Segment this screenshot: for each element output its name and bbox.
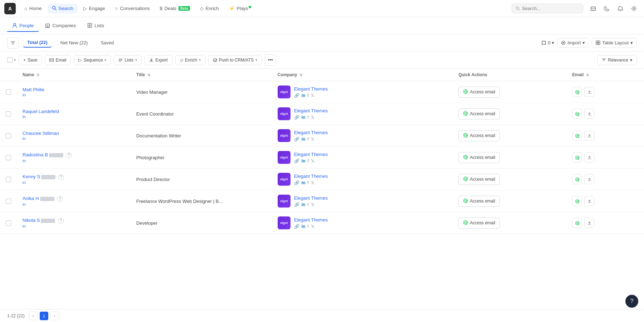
company-link-icon[interactable]: 🔗 bbox=[294, 93, 299, 98]
nav-item-plays[interactable]: ⚡ Plays bbox=[225, 4, 256, 13]
th-title[interactable]: Title ⇅ bbox=[131, 69, 272, 81]
upload-action-btn-2[interactable] bbox=[584, 109, 594, 119]
company-link-icon[interactable]: 🔗 bbox=[294, 158, 299, 164]
company-link-icon[interactable]: 🔗 bbox=[294, 224, 299, 229]
email-sort-icon[interactable]: ⇅ bbox=[586, 73, 589, 77]
inbox-button[interactable] bbox=[587, 3, 599, 14]
sequence-button[interactable]: ▷ Sequence ▾ bbox=[74, 55, 111, 65]
person-linkedin-2[interactable]: in bbox=[23, 114, 125, 119]
person-name-3[interactable]: Chaucee Stillman bbox=[23, 131, 59, 136]
person-name-2[interactable]: Raquel Landefeld bbox=[23, 109, 59, 114]
company-logo-3[interactable]: elgnt bbox=[278, 129, 291, 142]
company-twitter-icon[interactable]: 𝕏 bbox=[311, 158, 314, 164]
relevance-sort-button[interactable]: Relevance ▾ bbox=[597, 55, 637, 65]
company-twitter-icon[interactable]: 𝕏 bbox=[311, 224, 314, 229]
company-linkedin-icon[interactable]: in bbox=[302, 93, 306, 98]
row-checkbox-6[interactable] bbox=[6, 199, 11, 204]
company-linkedin-icon[interactable]: in bbox=[302, 180, 306, 185]
person-name-7[interactable]: Nikola S ? bbox=[23, 218, 64, 223]
person-linkedin-1[interactable]: in bbox=[23, 93, 125, 97]
title-sort-icon[interactable]: ⇅ bbox=[147, 73, 150, 77]
blur-info-icon[interactable]: ? bbox=[58, 174, 64, 180]
company-logo-6[interactable]: elgnt bbox=[278, 195, 291, 208]
save-button[interactable]: + Save bbox=[19, 55, 42, 65]
company-linkedin-icon[interactable]: in bbox=[302, 202, 306, 207]
company-facebook-icon[interactable]: f bbox=[307, 93, 308, 98]
company-name-7[interactable]: Elegant Themes bbox=[294, 217, 328, 223]
upload-action-btn-3[interactable] bbox=[584, 131, 594, 141]
row-checkbox-2[interactable] bbox=[6, 111, 11, 117]
phone-button[interactable] bbox=[601, 3, 613, 14]
company-logo-2[interactable]: elgnt bbox=[278, 107, 291, 120]
person-name-6[interactable]: Anika H ? bbox=[23, 196, 63, 201]
help-bubble[interactable]: ? bbox=[625, 295, 638, 308]
person-linkedin-5[interactable]: in bbox=[23, 180, 125, 185]
company-linkedin-icon[interactable]: in bbox=[302, 224, 306, 229]
row-checkbox-5[interactable] bbox=[6, 177, 11, 182]
select-all-checkbox[interactable] bbox=[7, 57, 13, 63]
person-linkedin-7[interactable]: in bbox=[23, 224, 125, 228]
name-sort-icon[interactable]: ⇅ bbox=[36, 73, 39, 77]
row-checkbox-7[interactable] bbox=[6, 220, 11, 226]
company-twitter-icon[interactable]: 𝕏 bbox=[311, 180, 314, 185]
company-twitter-icon[interactable]: 𝕏 bbox=[311, 202, 314, 207]
blur-info-icon[interactable]: ? bbox=[57, 196, 63, 202]
lists-button[interactable]: Lists ▾ bbox=[114, 55, 142, 65]
nav-item-enrich[interactable]: ◇ Enrich bbox=[196, 4, 223, 13]
company-logo-7[interactable]: elgnt bbox=[278, 216, 291, 229]
company-twitter-icon[interactable]: 𝕏 bbox=[311, 93, 314, 98]
tab-saved[interactable]: Saved bbox=[96, 38, 118, 47]
th-email[interactable]: Email ⇅ bbox=[566, 69, 644, 81]
person-linkedin-4[interactable]: in bbox=[23, 158, 125, 163]
email-action-btn-3[interactable] bbox=[572, 131, 582, 141]
nav-item-home[interactable]: ⌂ Home bbox=[20, 4, 46, 13]
company-name-4[interactable]: Elegant Themes bbox=[294, 152, 328, 157]
row-checkbox-1[interactable] bbox=[6, 89, 11, 95]
select-all-checkbox-wrap[interactable]: ▾ bbox=[7, 57, 16, 63]
nav-item-deals[interactable]: $ Deals Beta bbox=[156, 4, 194, 13]
company-linkedin-icon[interactable]: in bbox=[302, 158, 306, 164]
company-link-icon[interactable]: 🔗 bbox=[294, 115, 299, 120]
access-email-button-6[interactable]: Access email bbox=[458, 196, 500, 207]
company-linkedin-icon[interactable]: in bbox=[302, 137, 306, 142]
row-checkbox-4[interactable] bbox=[6, 155, 11, 160]
sub-nav-lists[interactable]: Lists bbox=[82, 20, 109, 32]
th-company[interactable]: Company ⇅ bbox=[272, 69, 453, 81]
access-email-button-2[interactable]: Access email bbox=[458, 108, 500, 119]
company-name-2[interactable]: Elegant Themes bbox=[294, 108, 328, 113]
blur-info-icon[interactable]: ? bbox=[58, 218, 64, 224]
company-linkedin-icon[interactable]: in bbox=[302, 115, 306, 120]
sub-nav-people[interactable]: People bbox=[7, 20, 39, 32]
tab-total[interactable]: Total (22) bbox=[23, 38, 52, 48]
company-link-icon[interactable]: 🔗 bbox=[294, 180, 299, 185]
email-action-btn-1[interactable] bbox=[572, 87, 582, 97]
upload-action-btn-1[interactable] bbox=[584, 87, 594, 97]
nav-item-engage[interactable]: ▷ Engage bbox=[79, 4, 109, 13]
app-logo[interactable]: A bbox=[4, 3, 16, 14]
th-name[interactable]: Name ⇅ bbox=[17, 69, 131, 81]
email-action-btn-7[interactable] bbox=[572, 218, 582, 228]
company-name-3[interactable]: Elegant Themes bbox=[294, 130, 328, 135]
company-facebook-icon[interactable]: f bbox=[307, 180, 308, 185]
blur-info-icon[interactable]: ? bbox=[66, 152, 72, 158]
company-logo-1[interactable]: elgnt bbox=[278, 86, 291, 98]
person-linkedin-6[interactable]: in bbox=[23, 202, 125, 206]
global-search-input[interactable] bbox=[522, 6, 579, 11]
email-action-btn-5[interactable] bbox=[572, 174, 582, 184]
global-search-box[interactable] bbox=[512, 4, 583, 13]
access-email-button-5[interactable]: Access email bbox=[458, 174, 500, 185]
settings-button[interactable] bbox=[628, 3, 640, 14]
person-name-1[interactable]: Matt Philie bbox=[23, 87, 44, 92]
company-name-5[interactable]: Elegant Themes bbox=[294, 174, 328, 179]
company-facebook-icon[interactable]: f bbox=[307, 224, 308, 229]
person-name-5[interactable]: Kenny S ? bbox=[23, 174, 64, 179]
access-email-button-3[interactable]: Access email bbox=[458, 130, 500, 141]
more-actions-button[interactable]: ••• bbox=[265, 54, 276, 66]
enrich-button[interactable]: ◇ Enrich ▾ bbox=[175, 55, 205, 65]
table-layout-button[interactable]: Table Layout ▾ bbox=[592, 38, 637, 48]
company-link-icon[interactable]: 🔗 bbox=[294, 137, 299, 142]
company-logo-4[interactable]: elgnt bbox=[278, 151, 291, 164]
email-action-btn-6[interactable] bbox=[572, 196, 582, 206]
company-logo-5[interactable]: elgnt bbox=[278, 173, 291, 186]
push-crm-button[interactable]: Push to CRM/ATS ▾ bbox=[208, 55, 262, 65]
